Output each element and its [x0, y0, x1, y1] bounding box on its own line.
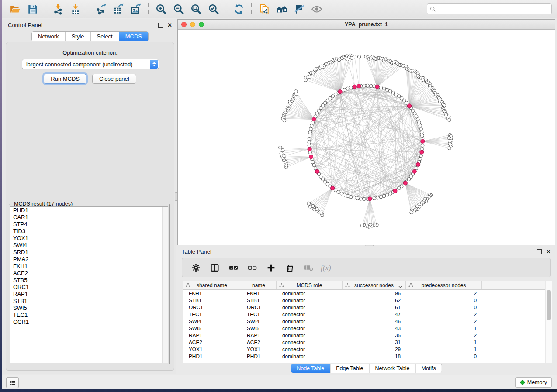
- table-row[interactable]: ORC1ORC1dominator610: [183, 304, 545, 311]
- first-neighbors-button[interactable]: [274, 2, 289, 16]
- folder-open-icon: [10, 3, 21, 15]
- table-row[interactable]: ACE2ACE2connector311: [183, 339, 545, 346]
- save-session-button[interactable]: [25, 2, 40, 16]
- table-row[interactable]: RAP1RAP1dominator352: [183, 332, 545, 339]
- table-scrollbar-thumb[interactable]: [547, 290, 551, 320]
- table-row[interactable]: SWI5SWI5connector431: [183, 325, 545, 332]
- tab-network-table[interactable]: Network Table: [369, 364, 415, 373]
- tab-edge-table[interactable]: Edge Table: [330, 364, 369, 373]
- mcds-result-item[interactable]: GCR1: [10, 319, 168, 326]
- zoom-in-button[interactable]: [154, 2, 169, 16]
- import-network-button[interactable]: [51, 2, 66, 16]
- control-panel-header: Control Panel ✕: [3, 19, 176, 31]
- toolbar-separator: [148, 3, 149, 15]
- column-label: MCDS role: [297, 282, 322, 289]
- mcds-result-item[interactable]: YOX1: [10, 235, 168, 242]
- mcds-result-item[interactable]: FKH1: [10, 263, 168, 270]
- mcds-result-item[interactable]: CAR1: [10, 214, 168, 221]
- deselect-all-columns-button[interactable]: [246, 262, 258, 273]
- zoom-out-button[interactable]: [171, 2, 186, 16]
- select-all-columns-button[interactable]: [228, 262, 239, 273]
- import-table-button[interactable]: [68, 2, 83, 16]
- search-field[interactable]: [427, 3, 552, 14]
- criterion-select[interactable]: largest connected component (undirected): [22, 59, 159, 69]
- table-cell: dominator: [277, 297, 343, 303]
- column-type-icon: [279, 283, 284, 289]
- tab-node-table[interactable]: Node Table: [291, 364, 330, 373]
- show-all-button[interactable]: [309, 2, 324, 16]
- mcds-result-list[interactable]: PHD1CAR1STP4TID3YOX1SWI4SRD1PMA2FKH1ACE2…: [10, 206, 168, 363]
- mcds-list-scrollbar[interactable]: [162, 207, 168, 363]
- float-panel-icon[interactable]: [158, 23, 163, 28]
- open-file-button[interactable]: [8, 2, 23, 16]
- tab-network[interactable]: Network: [32, 32, 65, 41]
- mcds-result-item[interactable]: TID3: [10, 228, 168, 235]
- mcds-result-item[interactable]: PMA2: [10, 256, 168, 263]
- table-cell: 1: [406, 325, 482, 331]
- column-header-MCDS-role[interactable]: MCDS role: [277, 281, 343, 289]
- table-scrollbar[interactable]: [546, 281, 552, 363]
- table-row[interactable]: PHD1PHD1dominator180: [183, 353, 545, 360]
- mcds-result-item[interactable]: STB5: [10, 277, 168, 284]
- column-header-name[interactable]: name: [241, 281, 277, 289]
- mcds-result-item[interactable]: ACE2: [10, 270, 168, 277]
- table-cell: SWI4: [183, 318, 241, 324]
- table-row[interactable]: STB1STB1dominator620: [183, 297, 545, 304]
- tab-select[interactable]: Select: [90, 32, 119, 41]
- table-row[interactable]: TEC1TEC1connector472: [183, 311, 545, 318]
- run-mcds-button[interactable]: Run MCDS: [44, 74, 86, 84]
- tab-motifs[interactable]: Motifs: [415, 364, 441, 373]
- apply-layout-button[interactable]: [232, 2, 246, 16]
- toggle-columns-button[interactable]: [209, 262, 220, 273]
- mcds-result-item[interactable]: SWI5: [10, 305, 168, 312]
- import-network-icon: [52, 3, 64, 15]
- sort-desc-icon: [398, 284, 402, 290]
- mcds-result-item[interactable]: TEC1: [10, 312, 168, 319]
- create-column-button[interactable]: [265, 262, 277, 273]
- mcds-result-item[interactable]: SRD1: [10, 249, 168, 256]
- search-input[interactable]: [438, 6, 551, 13]
- network-from-selection-button[interactable]: [257, 2, 272, 16]
- zoom-in-icon: [156, 3, 167, 15]
- memory-button[interactable]: Memory: [515, 377, 552, 388]
- mcds-result-item[interactable]: STP4: [10, 221, 168, 228]
- hide-selected-button[interactable]: [292, 2, 307, 16]
- delete-columns-button[interactable]: [284, 262, 295, 273]
- tab-style[interactable]: Style: [65, 32, 90, 41]
- table-cell: 2: [406, 311, 482, 317]
- toolbar-separator: [251, 3, 252, 15]
- table-row[interactable]: FKH1FKH1dominator962: [183, 290, 545, 297]
- mcds-result-item[interactable]: RAP1: [10, 291, 168, 298]
- network-graph[interactable]: [178, 30, 555, 245]
- mcds-result-item[interactable]: ORC1: [10, 284, 168, 291]
- zoom-fit-button[interactable]: [189, 2, 204, 16]
- column-header-predecessor-nodes[interactable]: predecessor nodes: [406, 281, 482, 289]
- svg-text:f(x): f(x): [321, 263, 331, 272]
- close-table-panel-icon[interactable]: ✕: [546, 250, 551, 254]
- table-cell: FKH1: [183, 290, 241, 296]
- export-image-button[interactable]: [128, 2, 143, 16]
- tab-mcds[interactable]: MCDS: [119, 32, 148, 41]
- network-view-window: YPA_prune.txt_1: [177, 19, 555, 245]
- table-row[interactable]: YOX1YOX1connector291: [183, 346, 545, 353]
- table-cell: FKH1: [241, 290, 277, 296]
- mcds-result-item[interactable]: STB1: [10, 298, 168, 305]
- export-table-button[interactable]: [111, 2, 126, 16]
- table-cell: YOX1: [241, 346, 277, 352]
- mcds-result-item[interactable]: SWI4: [10, 242, 168, 249]
- table-row[interactable]: SWI4SWI4dominator462: [183, 318, 545, 325]
- table-cell: 0: [406, 297, 482, 303]
- task-history-button[interactable]: [6, 377, 19, 388]
- table-settings-button[interactable]: [190, 262, 201, 273]
- optimization-criterion-label: Optimization criterion:: [6, 49, 174, 56]
- column-header-shared-name[interactable]: shared name: [183, 281, 241, 289]
- export-network-button[interactable]: [93, 2, 108, 16]
- float-table-panel-icon[interactable]: [537, 249, 542, 254]
- table-cell: 2: [406, 332, 482, 338]
- mcds-result-item[interactable]: PHD1: [10, 207, 168, 214]
- close-panel-icon[interactable]: ✕: [167, 23, 172, 27]
- column-header-successor-nodes[interactable]: successor nodes: [343, 281, 406, 289]
- close-panel-button[interactable]: Close panel: [92, 74, 136, 84]
- zoom-selected-button[interactable]: [206, 2, 221, 16]
- column-label: shared name: [197, 282, 227, 289]
